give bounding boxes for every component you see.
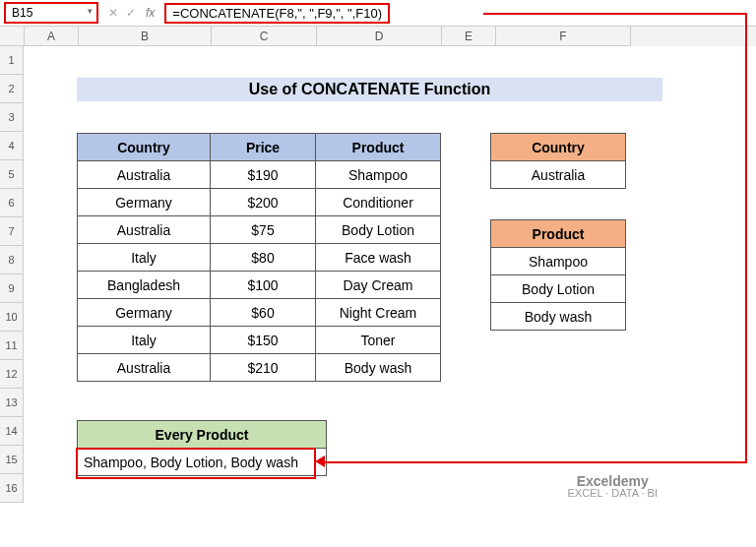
col-header-f[interactable]: F <box>496 27 631 46</box>
col-header-a[interactable]: A <box>25 27 79 46</box>
table-row[interactable]: Australia$75Body Lotion <box>78 216 441 244</box>
row-header[interactable]: 6 <box>0 189 24 217</box>
cell[interactable]: Toner <box>316 327 441 354</box>
product-value[interactable]: Body wash <box>491 303 626 331</box>
cell[interactable]: Italy <box>78 244 211 272</box>
table-row[interactable]: Italy$80Face wash <box>78 244 441 272</box>
row-header[interactable]: 1 <box>0 46 24 75</box>
row-header[interactable]: 5 <box>0 160 24 189</box>
cell[interactable]: Australia <box>78 354 211 382</box>
cell[interactable]: Bangladesh <box>78 272 211 299</box>
row-header[interactable]: 3 <box>0 103 24 132</box>
formula-input[interactable]: =CONCATENATE(F8,", ",F9,", ",F10) <box>164 3 390 24</box>
country-value[interactable]: Australia <box>491 161 626 189</box>
row-header[interactable]: 16 <box>0 474 24 503</box>
name-box[interactable]: B15 <box>4 2 98 24</box>
cells-area[interactable]: Use of CONCATENATE Function Country Pric… <box>24 46 756 538</box>
formula-bar-buttons: ✕ ✓ <box>108 6 136 20</box>
cell[interactable]: Shampoo <box>316 161 441 189</box>
country-header: Country <box>491 134 626 161</box>
product-value[interactable]: Shampoo <box>491 248 626 275</box>
cancel-icon[interactable]: ✕ <box>108 6 118 20</box>
cell[interactable]: $100 <box>211 272 316 299</box>
cell[interactable]: Australia <box>78 216 211 244</box>
row-header[interactable]: 13 <box>0 389 24 417</box>
row-header[interactable]: 2 <box>0 75 24 103</box>
callout-arrow <box>483 13 747 15</box>
row-header[interactable]: 12 <box>0 360 24 389</box>
cell[interactable]: Face wash <box>316 244 441 272</box>
cell[interactable]: Day Cream <box>316 272 441 299</box>
main-header-country: Country <box>78 134 211 161</box>
column-headers: A B C D E F <box>0 27 756 46</box>
row-header[interactable]: 14 <box>0 417 24 446</box>
table-row[interactable]: Bangladesh$100Day Cream <box>78 272 441 299</box>
cell[interactable]: Australia <box>78 161 211 189</box>
cell[interactable]: Germany <box>78 299 211 327</box>
result-highlight <box>76 448 316 479</box>
main-data-table: Country Price Product Australia$190Shamp… <box>77 133 441 382</box>
cell[interactable]: $60 <box>211 299 316 327</box>
watermark: Exceldemy EXCEL · DATA · BI <box>568 474 659 499</box>
watermark-tag: EXCEL · DATA · BI <box>568 487 659 499</box>
cell[interactable]: Germany <box>78 189 211 216</box>
cell[interactable]: $80 <box>211 244 316 272</box>
product-lookup-table: Product Shampoo Body Lotion Body wash <box>490 219 626 331</box>
cell[interactable]: Body wash <box>316 354 441 382</box>
confirm-icon[interactable]: ✓ <box>126 6 136 20</box>
row-header[interactable]: 8 <box>0 246 24 274</box>
row-headers: 1 2 3 4 5 6 7 8 9 10 11 12 13 14 15 16 <box>0 46 24 503</box>
col-header-e[interactable]: E <box>442 27 496 46</box>
callout-arrow <box>745 13 747 461</box>
col-header-b[interactable]: B <box>79 27 212 46</box>
cell[interactable]: $210 <box>211 354 316 382</box>
row-header[interactable]: 7 <box>0 217 24 246</box>
select-all-corner[interactable] <box>0 27 25 46</box>
country-lookup-table: Country Australia <box>490 133 626 189</box>
row-header[interactable]: 10 <box>0 303 24 332</box>
row-header[interactable]: 4 <box>0 132 24 160</box>
table-row[interactable]: Australia$190Shampoo <box>78 161 441 189</box>
main-header-product: Product <box>316 134 441 161</box>
row-header[interactable]: 11 <box>0 332 24 360</box>
cell[interactable]: $190 <box>211 161 316 189</box>
cell[interactable]: Body Lotion <box>316 216 441 244</box>
arrow-head-icon <box>315 456 325 467</box>
fx-icon[interactable]: fx <box>146 6 155 20</box>
result-header: Every Product <box>78 421 327 449</box>
table-row[interactable]: Germany$200Conditioner <box>78 189 441 216</box>
cell[interactable]: Italy <box>78 327 211 354</box>
callout-arrow <box>324 461 747 463</box>
row-header[interactable]: 9 <box>0 274 24 303</box>
table-row[interactable]: Germany$60Night Cream <box>78 299 441 327</box>
product-header: Product <box>491 220 626 248</box>
cell[interactable]: $200 <box>211 189 316 216</box>
cell[interactable]: Conditioner <box>316 189 441 216</box>
cell[interactable]: Night Cream <box>316 299 441 327</box>
cell[interactable]: $75 <box>211 216 316 244</box>
row-header[interactable]: 15 <box>0 446 24 474</box>
col-header-c[interactable]: C <box>212 27 317 46</box>
col-header-d[interactable]: D <box>317 27 442 46</box>
table-row[interactable]: Australia$210Body wash <box>78 354 441 382</box>
product-value[interactable]: Body Lotion <box>491 275 626 303</box>
spreadsheet: A B C D E F 1 2 3 4 5 6 7 8 9 10 11 12 1… <box>0 27 756 538</box>
main-header-price: Price <box>211 134 316 161</box>
cell[interactable]: $150 <box>211 327 316 354</box>
table-row[interactable]: Italy$150Toner <box>78 327 441 354</box>
page-title: Use of CONCATENATE Function <box>77 78 662 101</box>
